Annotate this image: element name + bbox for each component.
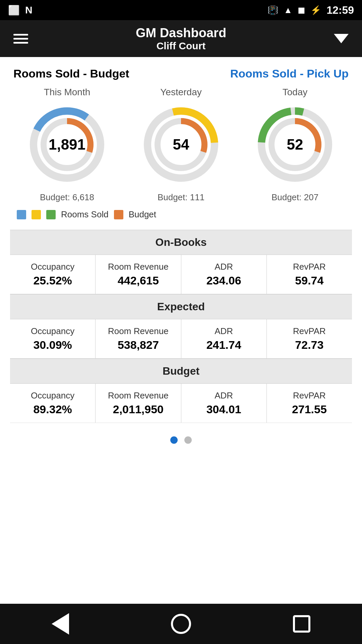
back-icon [52, 613, 69, 635]
dropdown-button[interactable] [334, 34, 349, 43]
budget-room-revenue-label: Room Revenue [101, 390, 175, 401]
expected-room-revenue: Room Revenue 538,827 [96, 319, 181, 358]
charts-row: This Month 1,891 Budget: 6,618 Yesterday [10, 87, 352, 203]
on-books-room-revenue-label: Room Revenue [101, 262, 175, 272]
status-right: 📳 ▲ ◼ ⚡ 12:59 [267, 4, 354, 16]
chart-this-month: This Month 1,891 Budget: 6,618 [23, 87, 111, 203]
expected-room-revenue-label: Room Revenue [101, 326, 175, 336]
legend-budget-label: Budget [129, 209, 156, 220]
status-bar: ⬜ N 📳 ▲ ◼ ⚡ 12:59 [0, 0, 362, 20]
on-books-stats: Occupancy 25.52% Room Revenue 442,615 AD… [10, 255, 352, 294]
on-books-revpar-value: 59.74 [272, 274, 347, 287]
expected-occupancy-value: 30.09% [15, 338, 90, 352]
hotel-name: Cliff Court [136, 40, 226, 52]
legend-dot-orange [114, 210, 123, 219]
expected-section: Expected Occupancy 30.09% Room Revenue 5… [10, 294, 352, 359]
chart-today-label: Today [283, 87, 308, 98]
header-center: GM Dashboard Cliff Court [136, 26, 226, 52]
legend-dot-blue [17, 210, 26, 219]
pickup-title[interactable]: Rooms Sold - Pick Up [230, 67, 349, 80]
budget-stats: Occupancy 89.32% Room Revenue 2,011,950 … [10, 384, 352, 423]
expected-revpar-value: 72.73 [272, 338, 347, 352]
expected-stats: Occupancy 30.09% Room Revenue 538,827 AD… [10, 319, 352, 359]
on-books-room-revenue-value: 442,615 [101, 274, 175, 287]
app-title: GM Dashboard [136, 26, 226, 40]
budget-revpar-label: RevPAR [272, 390, 347, 401]
recents-button[interactable] [290, 612, 313, 636]
title-row: Rooms Sold - Budget Rooms Sold - Pick Up [10, 67, 352, 80]
expected-adr-label: ADR [187, 326, 261, 336]
expected-adr-value: 241.74 [187, 338, 261, 352]
budget-occupancy-label: Occupancy [15, 390, 90, 401]
home-icon [171, 614, 191, 634]
expected-occupancy-label: Occupancy [15, 326, 90, 336]
budget-title: Rooms Sold - Budget [13, 67, 129, 80]
chart-today-budget: Budget: 207 [272, 192, 318, 203]
expected-revpar: RevPAR 72.73 [267, 319, 352, 358]
on-books-header: On-Books [10, 230, 352, 255]
legend: Rooms Sold Budget [17, 209, 352, 220]
clock: 12:59 [326, 4, 354, 16]
on-books-adr-label: ADR [187, 262, 261, 272]
on-books-occupancy-label: Occupancy [15, 262, 90, 272]
back-button[interactable] [49, 612, 72, 636]
budget-section: Budget Occupancy 89.32% Room Revenue 2,0… [10, 359, 352, 423]
chart-today-value: 52 [287, 136, 303, 153]
chart-this-month-budget: Budget: 6,618 [40, 192, 94, 203]
home-button[interactable] [169, 612, 193, 636]
main-content: Rooms Sold - Budget Rooms Sold - Pick Up… [0, 57, 362, 604]
status-icons: ⬜ N [8, 4, 33, 16]
budget-header: Budget [10, 359, 352, 384]
battery-icon: ⚡ [310, 5, 321, 15]
budget-occupancy: Occupancy 89.32% [10, 384, 96, 423]
budget-adr-value: 304.01 [187, 403, 261, 416]
on-books-occupancy-value: 25.52% [15, 274, 90, 287]
on-books-section: On-Books Occupancy 25.52% Room Revenue 4… [10, 230, 352, 294]
donut-this-month: 1,891 [23, 101, 111, 188]
on-books-revpar-label: RevPAR [272, 262, 347, 272]
pagination-dot-2[interactable] [184, 436, 192, 444]
recents-icon [293, 615, 310, 633]
vibrate-icon: 📳 [267, 5, 278, 15]
on-books-adr-value: 234.06 [187, 274, 261, 287]
chart-this-month-label: This Month [44, 87, 90, 98]
header: GM Dashboard Cliff Court [0, 20, 362, 57]
bottom-nav [0, 604, 362, 644]
legend-dot-green [46, 210, 56, 219]
chart-yesterday: Yesterday 54 Budget: 111 [137, 87, 225, 203]
menu-button[interactable] [13, 34, 28, 44]
chart-this-month-value: 1,891 [49, 136, 85, 153]
expected-adr: ADR 241.74 [181, 319, 267, 358]
budget-room-revenue-value: 2,011,950 [101, 403, 175, 416]
budget-room-revenue: Room Revenue 2,011,950 [96, 384, 181, 423]
on-books-occupancy: Occupancy 25.52% [10, 255, 96, 294]
budget-revpar-value: 271.55 [272, 403, 347, 416]
expected-occupancy: Occupancy 30.09% [10, 319, 96, 358]
n-icon: N [25, 4, 33, 16]
expected-header: Expected [10, 294, 352, 319]
chart-today: Today 52 Budget: 207 [251, 87, 339, 203]
pagination-dot-1[interactable] [170, 436, 178, 444]
photo-icon: ⬜ [8, 5, 20, 16]
budget-occupancy-value: 89.32% [15, 403, 90, 416]
legend-dot-yellow [32, 210, 41, 219]
donut-today: 52 [251, 101, 339, 188]
chart-yesterday-value: 54 [173, 136, 189, 153]
chart-yesterday-label: Yesterday [160, 87, 202, 98]
wifi-icon: ▲ [284, 5, 292, 15]
signal-icon: ◼ [298, 5, 305, 15]
legend-rooms-sold-label: Rooms Sold [61, 209, 109, 220]
pagination [10, 423, 352, 457]
donut-yesterday: 54 [137, 101, 225, 188]
budget-adr: ADR 304.01 [181, 384, 267, 423]
expected-revpar-label: RevPAR [272, 326, 347, 336]
on-books-adr: ADR 234.06 [181, 255, 267, 294]
on-books-revpar: RevPAR 59.74 [267, 255, 352, 294]
budget-adr-label: ADR [187, 390, 261, 401]
chart-yesterday-budget: Budget: 111 [158, 192, 204, 203]
on-books-room-revenue: Room Revenue 442,615 [96, 255, 181, 294]
budget-revpar: RevPAR 271.55 [267, 384, 352, 423]
expected-room-revenue-value: 538,827 [101, 338, 175, 352]
